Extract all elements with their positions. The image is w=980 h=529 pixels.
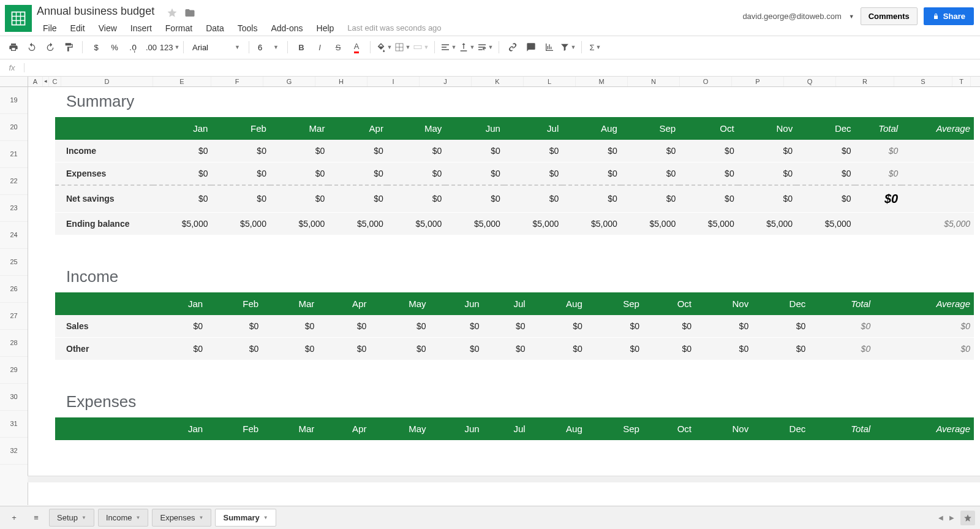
percent-icon[interactable]: % xyxy=(106,39,123,56)
cell[interactable]: $0 xyxy=(370,315,429,338)
row-label[interactable]: Income xyxy=(55,140,153,162)
row-header-26[interactable]: 26 xyxy=(0,276,28,303)
column-header-M[interactable]: M xyxy=(576,77,628,86)
text-wrap-icon[interactable]: ▼ xyxy=(477,39,494,56)
cell[interactable]: $0 xyxy=(483,337,529,360)
tab-dropdown-icon[interactable]: ▼ xyxy=(136,515,141,520)
paint-format-icon[interactable] xyxy=(60,39,77,56)
cell[interactable]: $0 xyxy=(483,315,529,338)
tab-dropdown-icon[interactable]: ▼ xyxy=(199,515,204,520)
cell[interactable]: $0 xyxy=(445,140,503,162)
cell[interactable]: $0 xyxy=(643,315,695,338)
cell[interactable]: $0 xyxy=(586,315,643,338)
row-header-19[interactable]: 19 xyxy=(0,87,28,114)
row-label[interactable]: Sales xyxy=(55,315,153,338)
cell[interactable]: $0 xyxy=(262,337,318,360)
star-icon[interactable] xyxy=(167,7,178,18)
column-header-Q[interactable]: Q xyxy=(784,77,836,86)
more-formats-button[interactable]: 123▼ xyxy=(161,39,178,56)
cell[interactable]: $0 xyxy=(153,315,206,338)
column-header-P[interactable]: P xyxy=(732,77,784,86)
cell[interactable]: $5,000 xyxy=(621,212,679,235)
cell-total[interactable]: $0 xyxy=(855,162,902,185)
column-header-J[interactable]: J xyxy=(420,77,472,86)
filter-icon[interactable]: ▼ xyxy=(559,39,576,56)
cell[interactable]: $0 xyxy=(153,140,211,162)
menu-help[interactable]: Help xyxy=(311,21,341,36)
cell[interactable]: $5,000 xyxy=(445,212,503,235)
sheet-tab-setup[interactable]: Setup▼ xyxy=(49,509,94,527)
select-all-corner[interactable] xyxy=(0,77,28,86)
menu-format[interactable]: Format xyxy=(159,21,198,36)
comments-button[interactable]: Comments xyxy=(861,7,918,25)
cell[interactable]: $0 xyxy=(796,162,854,185)
merge-cells-icon[interactable]: ▼ xyxy=(412,39,429,56)
cell[interactable]: $0 xyxy=(153,337,206,360)
cell[interactable]: $5,000 xyxy=(562,212,620,235)
menu-data[interactable]: Data xyxy=(200,21,230,36)
cell[interactable]: $0 xyxy=(211,140,270,162)
cell[interactable]: $0 xyxy=(445,185,503,213)
column-header-D[interactable]: D xyxy=(61,77,153,86)
undo-icon[interactable] xyxy=(23,39,40,56)
row-header-29[interactable]: 29 xyxy=(0,357,28,384)
user-email[interactable]: david.george@ditoweb.com xyxy=(742,12,841,21)
cell[interactable]: $0 xyxy=(430,337,483,360)
strikethrough-icon[interactable]: S xyxy=(330,39,347,56)
cell[interactable]: $0 xyxy=(270,140,328,162)
cell-average[interactable] xyxy=(902,185,974,213)
cell[interactable]: $0 xyxy=(153,185,211,213)
cell-total[interactable] xyxy=(855,212,902,235)
text-color-icon[interactable]: A xyxy=(348,39,365,56)
functions-icon[interactable]: Σ▼ xyxy=(587,39,604,56)
cell[interactable]: $0 xyxy=(445,162,503,185)
cell[interactable]: $0 xyxy=(504,162,562,185)
column-header-L[interactable]: L xyxy=(524,77,576,86)
cell[interactable]: $0 xyxy=(796,140,854,162)
cell-average[interactable] xyxy=(902,140,974,162)
fill-color-icon[interactable]: ▼ xyxy=(375,39,393,56)
cell-average[interactable]: $0 xyxy=(874,337,974,360)
collapsed-column-indicator[interactable]: ◂ xyxy=(43,77,49,86)
add-sheet-button[interactable]: + xyxy=(5,509,23,527)
cell[interactable]: $0 xyxy=(262,315,318,338)
column-header-R[interactable]: R xyxy=(836,77,894,86)
user-dropdown-icon[interactable]: ▼ xyxy=(849,13,854,20)
cell[interactable]: $5,000 xyxy=(387,212,445,235)
cell-total[interactable]: $0 xyxy=(809,315,874,338)
cell[interactable]: $0 xyxy=(318,315,370,338)
column-header-N[interactable]: N xyxy=(628,77,680,86)
sheet-tab-income[interactable]: Income▼ xyxy=(98,509,149,527)
cell[interactable]: $0 xyxy=(586,337,643,360)
column-header-I[interactable]: I xyxy=(368,77,420,86)
folder-icon[interactable] xyxy=(184,7,195,18)
row-header-20[interactable]: 20 xyxy=(0,114,28,141)
explore-button[interactable] xyxy=(960,511,975,525)
column-header-A[interactable]: A xyxy=(28,77,43,86)
cell[interactable]: $0 xyxy=(153,162,211,185)
cell[interactable]: $0 xyxy=(562,140,620,162)
font-select[interactable]: Arial▼ xyxy=(189,43,244,52)
cell[interactable]: $0 xyxy=(370,337,429,360)
document-title[interactable]: Annual business budget xyxy=(37,5,154,18)
cell[interactable]: $0 xyxy=(206,315,262,338)
menu-file[interactable]: File xyxy=(37,21,63,36)
row-label[interactable]: Expenses xyxy=(55,162,153,185)
borders-icon[interactable]: ▼ xyxy=(394,39,411,56)
font-size-select[interactable]: 6▼ xyxy=(254,43,282,52)
formula-input[interactable] xyxy=(24,59,980,76)
italic-icon[interactable]: I xyxy=(311,39,328,56)
cell[interactable]: $0 xyxy=(695,337,752,360)
row-label[interactable]: Net savings xyxy=(55,185,153,213)
row-header-28[interactable]: 28 xyxy=(0,330,28,357)
cell[interactable]: $5,000 xyxy=(153,212,211,235)
cell[interactable]: $0 xyxy=(430,315,483,338)
column-header-T[interactable]: T xyxy=(952,77,971,86)
cell[interactable]: $0 xyxy=(529,337,586,360)
cell[interactable]: $0 xyxy=(752,337,809,360)
insert-comment-icon[interactable] xyxy=(522,39,540,56)
cell[interactable]: $0 xyxy=(206,337,262,360)
tab-scroll-left-icon[interactable]: ◀ xyxy=(936,513,946,523)
row-header-32[interactable]: 32 xyxy=(0,438,28,465)
column-header-K[interactable]: K xyxy=(472,77,524,86)
